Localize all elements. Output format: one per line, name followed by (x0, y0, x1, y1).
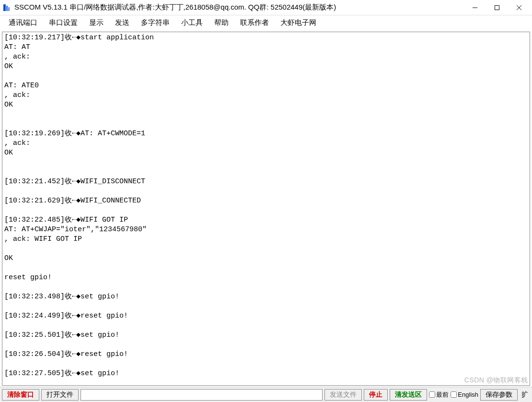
stop-button[interactable]: 停止 (364, 389, 388, 401)
menu-comm-port[interactable]: 通讯端口 (3, 16, 43, 29)
close-button[interactable] (508, 0, 530, 15)
maximize-button[interactable] (486, 0, 508, 15)
svg-rect-2 (8, 7, 10, 11)
menu-multi-string[interactable]: 多字符串 (135, 16, 175, 29)
topmost-checkbox-input[interactable] (429, 391, 435, 398)
menu-help[interactable]: 帮助 (208, 16, 234, 29)
english-checkbox-label: English (458, 391, 478, 398)
menubar: 通讯端口 串口设置 显示 发送 多字符串 小工具 帮助 联系作者 大虾电子网 (0, 15, 532, 30)
clear-window-button[interactable]: 清除窗口 (2, 389, 39, 401)
send-file-button[interactable]: 发送文件 (324, 389, 362, 401)
svg-rect-0 (3, 4, 6, 11)
topmost-checkbox[interactable]: 最前 (429, 390, 449, 399)
file-path-input[interactable] (81, 389, 323, 401)
extension-label: 扩 (520, 390, 530, 399)
english-checkbox[interactable]: English (451, 391, 478, 398)
svg-rect-1 (6, 6, 8, 11)
topmost-checkbox-label: 最前 (436, 390, 449, 399)
minimize-button[interactable] (464, 0, 486, 15)
open-file-button[interactable]: 打开文件 (41, 389, 79, 401)
log-content: [10:32:19.217]收←◆start application AT: A… (2, 32, 530, 386)
clear-send-area-button[interactable]: 清发送区 (390, 389, 427, 401)
menu-daxia-web[interactable]: 大虾电子网 (275, 16, 322, 29)
menu-display[interactable]: 显示 (83, 16, 109, 29)
save-params-button[interactable]: 保存参数 (480, 389, 518, 401)
titlebar: SSCOM V5.13.1 串口/网络数据调试器,作者:大虾丁丁,2618058… (0, 0, 532, 15)
menu-serial-settings[interactable]: 串口设置 (43, 16, 83, 29)
english-checkbox-input[interactable] (451, 391, 457, 398)
svg-rect-4 (495, 5, 499, 10)
log-area[interactable]: [10:32:19.217]收←◆start application AT: A… (2, 32, 530, 386)
window-controls (464, 0, 530, 15)
bottombar: 清除窗口 打开文件 发送文件 停止 清发送区 最前 English 保存参数 扩 (0, 387, 532, 402)
menu-tools[interactable]: 小工具 (175, 16, 208, 29)
app-icon (2, 3, 12, 12)
menu-send[interactable]: 发送 (109, 16, 135, 29)
menu-contact-author[interactable]: 联系作者 (234, 16, 275, 29)
window-title: SSCOM V5.13.1 串口/网络数据调试器,作者:大虾丁丁,2618058… (14, 3, 464, 12)
